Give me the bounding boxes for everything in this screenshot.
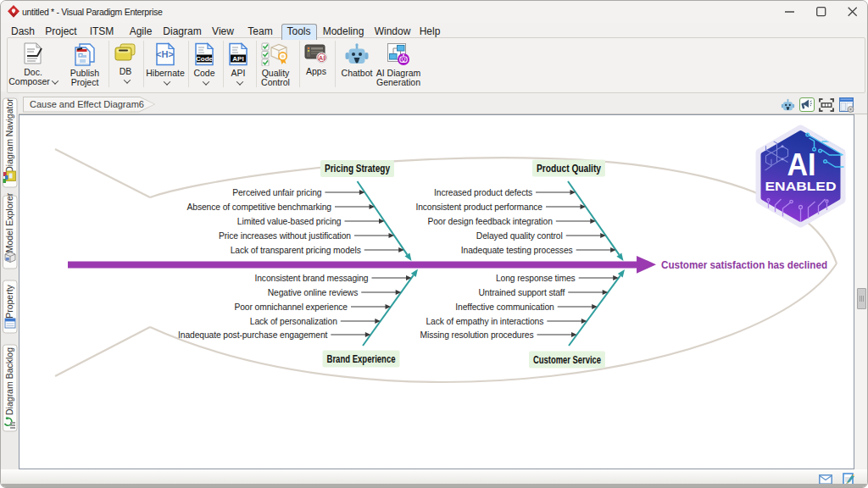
svg-text:Limited value-based pricing: Limited value-based pricing [237, 217, 342, 226]
svg-text:Perceived unfair pricing: Perceived unfair pricing [232, 188, 322, 197]
svg-text:<H>: <H> [156, 49, 174, 59]
svg-text:Long response times: Long response times [496, 274, 576, 283]
svg-text:Customer Service: Customer Service [533, 354, 601, 366]
svg-text:Pricing Strategy: Pricing Strategy [325, 163, 390, 175]
svg-text:Code: Code [196, 55, 214, 63]
svg-text:Lack of transparent pricing mo: Lack of transparent pricing models [231, 246, 361, 255]
svg-text:Price increases without justif: Price increases without justification [219, 231, 351, 241]
svg-text:Inconsistent product performan: Inconsistent product performance [415, 202, 542, 212]
svg-text:Brand Experience: Brand Experience [327, 353, 396, 365]
svg-text:Poor design feedback integrati: Poor design feedback integration [427, 217, 553, 226]
svg-text:Poor omnichannel experience: Poor omnichannel experience [234, 302, 348, 312]
svg-text:Untrained support staff: Untrained support staff [479, 288, 565, 297]
svg-text:Lack of personalization: Lack of personalization [250, 317, 337, 326]
svg-text:Inconsistent brand messaging: Inconsistent brand messaging [254, 274, 368, 283]
svg-text:Delayed quality control: Delayed quality control [476, 231, 563, 241]
svg-text:API: API [232, 55, 243, 63]
svg-text:Missing resolution procedures: Missing resolution procedures [420, 330, 534, 340]
svg-text:Ineffective communication: Ineffective communication [455, 302, 554, 312]
svg-text:ENABLED: ENABLED [765, 179, 837, 193]
svg-text:Increased product defects: Increased product defects [434, 188, 532, 197]
svg-text:Product Quality: Product Quality [537, 163, 601, 175]
svg-text:Negative online reviews: Negative online reviews [268, 288, 358, 297]
svg-text:Lack of empathy in interaction: Lack of empathy in interactions [426, 317, 543, 326]
svg-text:Customer satisfaction has decl: Customer satisfaction has declined [661, 258, 827, 271]
svg-text:Inadequate post-purchase engag: Inadequate post-purchase engagement [178, 330, 327, 340]
svg-text:Inadequate testing processes: Inadequate testing processes [461, 246, 573, 255]
svg-text:AI: AI [319, 54, 326, 62]
svg-text:Absence of competitive benchma: Absence of competitive benchmarking [187, 202, 332, 212]
svg-text:AI: AI [787, 147, 816, 182]
